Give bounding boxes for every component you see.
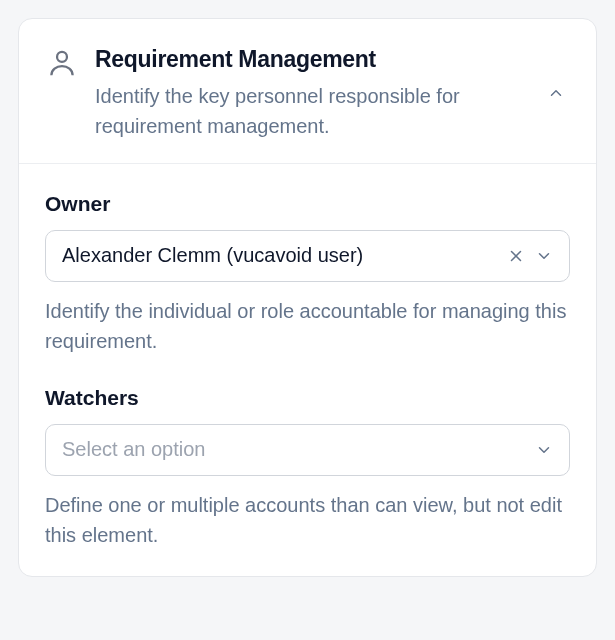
chevron-up-icon <box>547 84 565 102</box>
collapse-button[interactable] <box>542 79 570 107</box>
owner-help-text: Identify the individual or role accounta… <box>45 296 570 356</box>
watchers-select-placeholder: Select an option <box>62 438 535 461</box>
requirement-management-card: Requirement Management Identify the key … <box>18 18 597 577</box>
watchers-select-actions <box>535 441 553 459</box>
watchers-field: Watchers Select an option Define one or … <box>45 386 570 550</box>
owner-select-actions <box>507 247 553 265</box>
close-icon <box>507 247 525 265</box>
person-icon <box>45 47 79 81</box>
watchers-label: Watchers <box>45 386 570 410</box>
owner-dropdown-button[interactable] <box>535 247 553 265</box>
owner-select-value: Alexander Clemm (vucavoid user) <box>62 244 507 267</box>
card-title: Requirement Management <box>95 45 526 75</box>
owner-label: Owner <box>45 192 570 216</box>
watchers-dropdown-button[interactable] <box>535 441 553 459</box>
owner-clear-button[interactable] <box>507 247 525 265</box>
header-text: Requirement Management Identify the key … <box>95 45 526 141</box>
owner-field: Owner Alexander Clemm (vucavoid user) <box>45 192 570 356</box>
svg-point-0 <box>57 52 67 62</box>
chevron-down-icon <box>535 441 553 459</box>
watchers-select[interactable]: Select an option <box>45 424 570 476</box>
chevron-down-icon <box>535 247 553 265</box>
card-body: Owner Alexander Clemm (vucavoid user) <box>19 164 596 576</box>
owner-select[interactable]: Alexander Clemm (vucavoid user) <box>45 230 570 282</box>
card-subtitle: Identify the key personnel responsible f… <box>95 81 526 141</box>
watchers-help-text: Define one or multiple accounts than can… <box>45 490 570 550</box>
card-header: Requirement Management Identify the key … <box>19 19 596 164</box>
